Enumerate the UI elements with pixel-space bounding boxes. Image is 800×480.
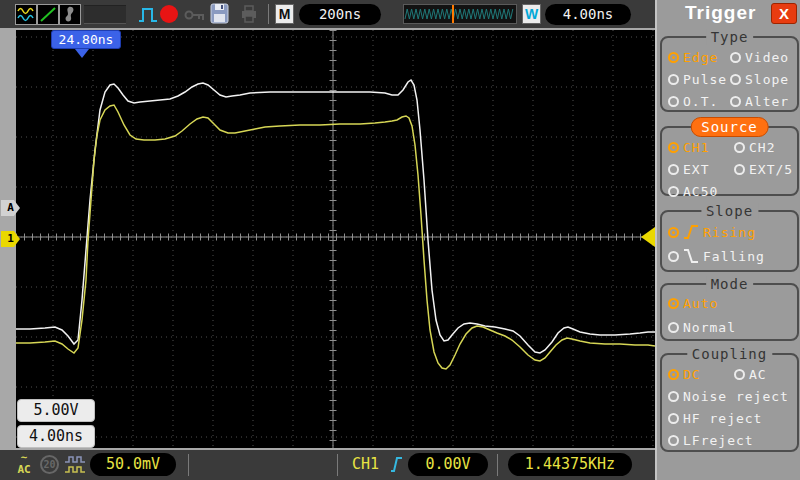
radio-icon xyxy=(668,413,679,424)
empty-slot xyxy=(84,5,126,24)
main-timebase-value: 200ns xyxy=(299,4,381,25)
option-label: Pulse xyxy=(683,72,727,87)
slope-section: Slope Rising Falling xyxy=(660,210,799,272)
trigger-source-readout: CH1 xyxy=(352,455,379,473)
time-per-div-readout: 4.00ns xyxy=(17,425,95,448)
option-label: Slope xyxy=(745,72,789,87)
radio-icon xyxy=(668,96,679,107)
option-noise-reject[interactable]: Noise reject xyxy=(668,388,789,404)
option-ot[interactable]: O.T. xyxy=(668,93,718,109)
radio-icon xyxy=(668,52,679,63)
option-label: EXT xyxy=(683,162,709,177)
divider xyxy=(497,454,498,476)
option-hf-reject[interactable]: HF reject xyxy=(668,410,762,426)
panel-title: Trigger xyxy=(685,2,756,24)
radio-icon xyxy=(668,435,679,446)
option-label: AC50 xyxy=(683,184,718,199)
divider xyxy=(337,454,338,476)
option-falling[interactable]: Falling xyxy=(668,246,765,266)
option-lf-reject[interactable]: LFreject xyxy=(668,432,754,448)
option-normal[interactable]: Normal xyxy=(668,319,736,335)
option-ext5[interactable]: EXT/5 xyxy=(734,161,793,177)
option-label: Alter xyxy=(745,94,789,109)
option-label: DC xyxy=(683,367,701,382)
record-icon xyxy=(160,5,178,23)
trigger-position-label[interactable]: 24.80ns xyxy=(51,30,121,49)
option-label: Rising xyxy=(703,225,756,240)
noise-icon xyxy=(59,4,81,25)
type-section: Type Edge Video Pulse Slope O.T. Alter xyxy=(660,36,799,112)
radio-icon xyxy=(730,96,741,107)
print-icon xyxy=(239,4,259,24)
option-dc[interactable]: DC xyxy=(668,366,701,382)
mode-section: Mode Auto Normal xyxy=(660,283,799,341)
preview-wave-svg xyxy=(404,5,516,23)
radio-icon xyxy=(734,369,745,380)
radio-icon xyxy=(668,391,679,402)
option-label: Falling xyxy=(703,249,765,264)
main-timebase-badge: M xyxy=(275,4,294,24)
radio-icon xyxy=(730,52,741,63)
option-label: Auto xyxy=(683,296,718,311)
waveform-preview-strip xyxy=(403,4,517,24)
option-auto[interactable]: Auto xyxy=(668,295,718,311)
oscilloscope-screen: M 200ns W 4.00ns Trigger X Type Edge Vid… xyxy=(0,0,800,480)
trigger-position-pointer-icon xyxy=(75,49,89,58)
close-icon[interactable]: X xyxy=(771,3,797,24)
radio-icon xyxy=(668,251,679,262)
trigger-menu-panel: Trigger X Type Edge Video Pulse Slope O.… xyxy=(655,0,800,480)
falling-edge-icon xyxy=(683,248,699,264)
option-label: Noise reject xyxy=(683,389,789,404)
divider xyxy=(188,454,189,476)
save-floppy-icon xyxy=(210,3,229,24)
channel-coupling-indicator: ∼ AC xyxy=(12,452,36,476)
option-label: Normal xyxy=(683,320,736,335)
radio-icon xyxy=(734,164,745,175)
slope-line-icon xyxy=(37,4,59,25)
option-ac[interactable]: AC xyxy=(734,366,767,382)
panel-header: Trigger X xyxy=(657,0,800,28)
option-label: O.T. xyxy=(683,94,718,109)
source-section-title: Source xyxy=(690,117,769,137)
option-rising[interactable]: Rising xyxy=(668,222,756,242)
option-label: CH2 xyxy=(749,140,775,155)
radio-icon xyxy=(668,298,679,309)
option-label: HF reject xyxy=(683,411,762,426)
coupling-section: Coupling DC AC Noise reject HF reject LF… xyxy=(660,353,799,452)
radio-icon xyxy=(668,74,679,85)
radio-icon xyxy=(668,322,679,333)
option-pulse[interactable]: Pulse xyxy=(668,71,727,87)
radio-icon xyxy=(668,164,679,175)
slope-section-title: Slope xyxy=(701,203,758,219)
option-video[interactable]: Video xyxy=(730,49,789,65)
option-edge[interactable]: Edge xyxy=(668,49,718,65)
probe-wave-icon xyxy=(64,455,88,475)
top-status-bar: M 200ns W 4.00ns xyxy=(0,0,655,28)
pulse-icon xyxy=(138,5,159,25)
option-ac50[interactable]: AC50 xyxy=(668,183,718,199)
source-section: Source CH1 CH2 EXT EXT/5 AC50 xyxy=(660,126,799,196)
mode-section-title: Mode xyxy=(706,276,754,292)
type-section-title: Type xyxy=(706,29,754,45)
option-slope[interactable]: Slope xyxy=(730,71,789,87)
option-ch1[interactable]: CH1 xyxy=(668,139,709,155)
window-timebase-value: 4.00ns xyxy=(545,4,631,25)
rising-edge-icon xyxy=(683,224,699,240)
bandwidth-limit-icon: 20 xyxy=(40,455,59,474)
option-ext[interactable]: EXT xyxy=(668,161,709,177)
preview-wave xyxy=(405,9,513,19)
trigger-level-readout: 0.00V xyxy=(408,453,488,476)
option-label: EXT/5 xyxy=(749,162,793,177)
channel-waves-icon xyxy=(15,4,37,25)
option-alter[interactable]: Alter xyxy=(730,93,789,109)
volts-per-div-readout: 5.00V xyxy=(17,399,95,422)
volts-div-readout: 50.0mV xyxy=(90,453,176,476)
window-timebase-badge: W xyxy=(522,4,541,24)
option-label: Video xyxy=(745,50,789,65)
divider xyxy=(268,4,269,24)
radio-icon xyxy=(730,74,741,85)
option-label: LFreject xyxy=(683,433,754,448)
coupling-section-title: Coupling xyxy=(687,346,772,362)
option-ch2[interactable]: CH2 xyxy=(734,139,775,155)
coupling-text: AC xyxy=(12,464,36,476)
